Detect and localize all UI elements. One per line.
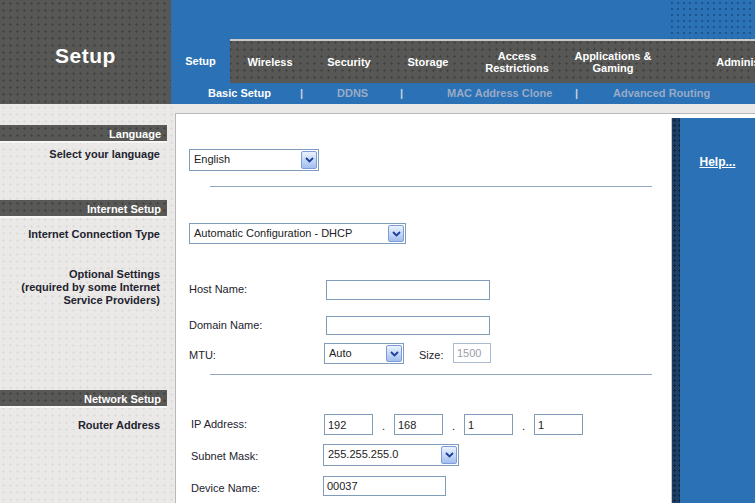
optional-settings-label: Optional Settings (required by some Inte… — [2, 268, 160, 307]
domain-name-label: Domain Name: — [189, 319, 262, 331]
subnav-separator: | — [400, 87, 403, 99]
main-tab-bar: Setup Wireless Security Storage Access R… — [171, 39, 755, 83]
language-select-arrow-button[interactable] — [301, 151, 317, 169]
connection-type-value: Automatic Configuration - DHCP — [190, 224, 387, 243]
page-title: Setup — [55, 36, 116, 68]
section-header-language: Language — [0, 125, 167, 143]
connection-type-select[interactable]: Automatic Configuration - DHCP — [189, 223, 406, 244]
octet-separator: . — [513, 420, 534, 435]
host-name-label: Host Name: — [189, 283, 247, 295]
tab-setup[interactable]: Setup — [171, 39, 230, 83]
ip-octet-3-input[interactable] — [464, 414, 513, 435]
ip-octet-2-input[interactable] — [394, 414, 443, 435]
host-name-input[interactable] — [326, 280, 490, 300]
sidebar: Language Select your language Internet S… — [0, 104, 175, 503]
subnet-mask-select[interactable]: 255.255.255.0 — [323, 444, 459, 466]
help-panel: Help... — [671, 118, 755, 503]
tab-applications-gaming[interactable]: Applications & Gaming — [566, 39, 660, 83]
router-address-label: Router Address — [2, 419, 160, 432]
device-name-input[interactable] — [323, 476, 446, 496]
subnav-advanced-routing[interactable]: Advanced Routing — [613, 87, 710, 99]
tab-administration[interactable]: Administration — [660, 39, 755, 83]
tab-security[interactable]: Security — [310, 39, 388, 83]
chevron-down-icon — [445, 452, 454, 458]
language-select[interactable]: English — [189, 149, 319, 171]
help-panel-body: Help... — [680, 118, 755, 503]
mtu-select[interactable]: Auto — [324, 343, 404, 364]
internet-connection-type-label: Internet Connection Type — [2, 228, 160, 241]
subnav-mac-address-clone[interactable]: MAC Address Clone — [447, 87, 552, 99]
ip-address-inputs: . . . — [324, 414, 583, 435]
subnav-basic-setup[interactable]: Basic Setup — [208, 87, 271, 99]
octet-separator: . — [373, 420, 394, 435]
ip-octet-4-input[interactable] — [534, 414, 583, 435]
chevron-down-icon — [390, 351, 399, 357]
domain-name-input[interactable] — [326, 316, 490, 335]
help-panel-edge-texture — [672, 118, 680, 503]
subnav-separator: | — [575, 87, 578, 99]
subnet-mask-value: 255.255.255.0 — [324, 445, 440, 465]
optional-settings-line3: Service Providers) — [2, 294, 160, 307]
subnet-mask-label: Subnet Mask: — [191, 450, 258, 462]
section-header-internet-setup: Internet Setup — [0, 200, 167, 218]
banner-dots-texture — [669, 0, 755, 39]
tab-wireless[interactable]: Wireless — [230, 39, 310, 83]
section-header-network-setup: Network Setup — [0, 390, 167, 408]
subnav-separator: | — [300, 87, 303, 99]
octet-separator: . — [443, 420, 464, 435]
mtu-select-arrow-button[interactable] — [386, 345, 402, 362]
mtu-select-value: Auto — [325, 344, 385, 363]
subnet-mask-arrow-button[interactable] — [441, 446, 457, 464]
size-label: Size: — [419, 349, 443, 361]
mtu-label: MTU: — [189, 349, 216, 361]
mtu-size-input — [453, 343, 491, 363]
ip-octet-1-input[interactable] — [324, 414, 373, 435]
chevron-down-icon — [305, 157, 314, 163]
subnav-ddns[interactable]: DDNS — [337, 87, 368, 99]
optional-settings-line2: (required by some Internet — [2, 281, 160, 294]
tab-storage[interactable]: Storage — [388, 39, 468, 83]
section-divider — [210, 186, 652, 187]
page-title-block: Setup — [0, 0, 171, 104]
content-panel: English Automatic Configuration - DHCP H… — [175, 113, 755, 503]
connection-type-arrow-button[interactable] — [388, 225, 404, 242]
tab-access-restrictions[interactable]: Access Restrictions — [468, 39, 566, 83]
ip-address-label: IP Address: — [191, 418, 247, 430]
select-language-label: Select your language — [2, 148, 160, 161]
help-link[interactable]: Help... — [699, 155, 735, 169]
device-name-label: Device Name: — [191, 482, 260, 494]
top-banner — [171, 0, 755, 39]
section-divider — [210, 374, 652, 375]
router-setup-page: Setup Setup Wireless Security Storage Ac… — [0, 0, 755, 503]
optional-settings-line1: Optional Settings — [2, 268, 160, 281]
chevron-down-icon — [392, 231, 401, 237]
sub-nav-bar: Basic Setup | DDNS | MAC Address Clone |… — [171, 83, 755, 104]
language-select-value: English — [190, 150, 300, 170]
